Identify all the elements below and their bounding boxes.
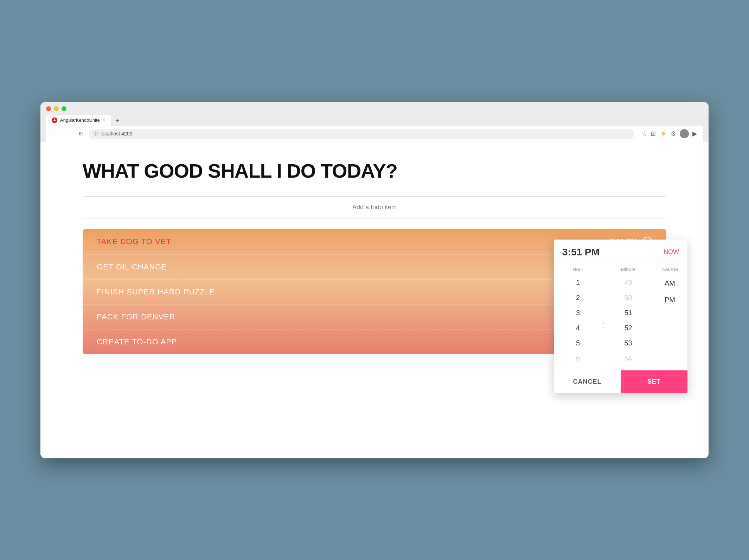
hour-item[interactable]: 4 [554, 320, 602, 336]
minute-item[interactable]: 51 [604, 305, 652, 320]
page-title: WHAT GOOD SHALL I DO TODAY? [83, 159, 666, 182]
secure-icon: ⓘ [94, 131, 98, 137]
profile-icon[interactable]: ▶ [692, 130, 697, 138]
url-text: localhost:4200 [101, 131, 132, 136]
address-bar: ← → ↻ ⓘ localhost:4200 ☆ ⊞ ⚡ ⚙ ▶ [46, 126, 703, 142]
forward-button[interactable]: → [64, 129, 73, 138]
hour-column: Hour 1 2 3 4 5 6 [554, 267, 602, 366]
angular-icon: A [52, 117, 57, 123]
todo-item-text: GET OIL CHANGE [97, 262, 167, 272]
back-button[interactable]: ← [52, 129, 60, 138]
time-picker-columns: Hour 1 2 3 4 5 6 : [554, 262, 687, 370]
minute-item[interactable]: 53 [604, 336, 652, 351]
pm-item[interactable]: PM [652, 292, 687, 308]
traffic-lights [46, 106, 703, 111]
url-bar[interactable]: ⓘ localhost:4200 [89, 129, 634, 139]
user-avatar[interactable] [680, 129, 689, 138]
minute-item[interactable]: 49 [604, 275, 652, 290]
hour-header: Hour [572, 267, 583, 272]
minute-column: Minute 49 50 51 52 53 54 [604, 267, 652, 366]
todo-list: TAKE DOG TO VET 3:51 PM ⏱ 3:51 PM NOW Ho… [83, 229, 666, 354]
hour-item[interactable]: 5 [554, 336, 602, 351]
now-button[interactable]: NOW [664, 248, 679, 256]
new-tab-button[interactable]: + [113, 116, 122, 126]
browser-chrome: A AngularKendoUnite × + ← → ↻ ⓘ localhos… [40, 102, 709, 142]
traffic-light-green[interactable] [62, 106, 66, 111]
hour-item[interactable]: 3 [554, 305, 602, 320]
page-content: WHAT GOOD SHALL I DO TODAY? TAKE DOG TO … [40, 142, 709, 458]
todo-item-text: FINISH SUPER HARD PUZZLE [97, 287, 215, 297]
ampm-header: AM/PM [652, 267, 687, 272]
browser-tab[interactable]: A AngularKendoUnite × [46, 115, 111, 126]
tab-close-button[interactable]: × [103, 117, 105, 123]
tab-bar: A AngularKendoUnite × + [46, 115, 703, 126]
traffic-light-red[interactable] [46, 106, 51, 111]
minute-item[interactable]: 52 [604, 320, 652, 336]
browser-actions: ☆ ⊞ ⚡ ⚙ ▶ [641, 129, 697, 138]
minute-item[interactable]: 54 [604, 351, 652, 366]
ampm-column: AM/PM AM PM [652, 267, 687, 366]
tab-title: AngularKendoUnite [60, 117, 100, 123]
hour-item[interactable]: 2 [554, 290, 602, 305]
set-button[interactable]: SET [621, 370, 687, 393]
time-display: 3:51 PM [562, 247, 600, 258]
time-picker-footer: CANCEL SET [554, 370, 687, 393]
hour-items: 1 2 3 4 5 6 [554, 275, 602, 366]
reload-button[interactable]: ↻ [77, 129, 84, 139]
extension-icon[interactable]: ⚡ [659, 130, 667, 138]
browser-window: A AngularKendoUnite × + ← → ↻ ⓘ localhos… [40, 102, 709, 458]
todo-item-text: PACK FOR DENVER [97, 312, 175, 322]
minute-header: Minute [621, 267, 636, 272]
cancel-button[interactable]: CANCEL [554, 370, 621, 393]
todo-item[interactable]: TAKE DOG TO VET 3:51 PM ⏱ 3:51 PM NOW Ho… [83, 229, 666, 255]
minute-item[interactable]: 50 [604, 290, 652, 305]
todo-input[interactable] [90, 204, 659, 211]
bookmark-icon[interactable]: ☆ [641, 130, 647, 138]
time-picker-popup: 3:51 PM NOW Hour 1 2 3 4 5 [554, 240, 687, 393]
settings-icon[interactable]: ⚙ [671, 130, 676, 138]
time-picker-header: 3:51 PM NOW [554, 240, 687, 262]
todo-input-container[interactable] [83, 196, 666, 218]
hour-item[interactable]: 1 [554, 275, 602, 290]
traffic-light-yellow[interactable] [54, 106, 59, 111]
minute-items: 49 50 51 52 53 54 [604, 275, 652, 366]
am-item[interactable]: AM [652, 275, 687, 292]
layers-icon[interactable]: ⊞ [651, 130, 656, 138]
todo-item-text: CREATE TO-DO APP [97, 337, 177, 346]
todo-item-text: TAKE DOG TO VET [97, 237, 171, 246]
hour-item[interactable]: 6 [554, 351, 602, 366]
